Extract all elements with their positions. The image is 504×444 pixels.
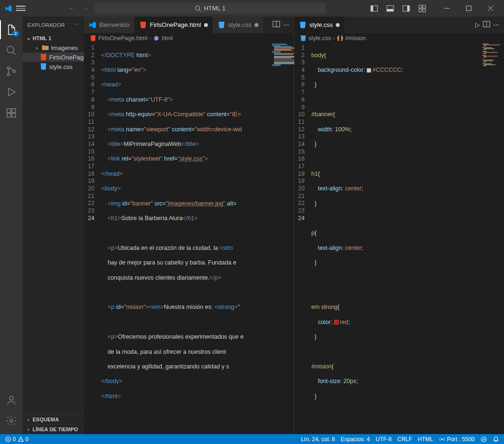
layout-toggle-panel-icon[interactable]	[382, 3, 398, 14]
layout-customize-icon[interactable]	[414, 3, 430, 14]
css-file-icon	[40, 63, 47, 70]
status-eol[interactable]: CRLF	[397, 436, 412, 443]
modified-dot-icon	[204, 23, 208, 27]
status-encoding[interactable]: UTF-8	[376, 436, 392, 443]
account-icon	[6, 394, 17, 406]
activity-settings[interactable]	[0, 411, 23, 430]
status-lang[interactable]: HTML	[418, 436, 434, 443]
tree-file-firtsonepage[interactable]: FirtsOnePage.html	[23, 52, 84, 62]
tree-file-style[interactable]: style.css	[23, 62, 84, 71]
code-area-right[interactable]: 123456789101112131415161718192021222324 …	[294, 43, 504, 434]
svg-rect-8	[419, 5, 422, 8]
more-actions-button[interactable]: ⋯	[493, 21, 499, 28]
vscode-logo-icon	[5, 5, 12, 12]
svg-marker-21	[9, 88, 15, 96]
window-close-button[interactable]	[479, 0, 501, 17]
activity-search[interactable]	[0, 41, 23, 60]
activity-account[interactable]	[0, 391, 23, 410]
nav-back-button[interactable]: ←	[66, 3, 77, 14]
svg-point-18	[8, 67, 10, 69]
svg-point-36	[442, 438, 444, 440]
svg-rect-7	[407, 6, 410, 11]
status-bell[interactable]	[493, 436, 499, 443]
explorer-badge: 2	[12, 31, 19, 36]
tab-style-right[interactable]: style.css	[294, 17, 345, 33]
line-gutter: 123456789101112131415161718192021222324	[294, 43, 311, 434]
activity-scm[interactable]	[0, 62, 23, 81]
gear-icon	[6, 415, 17, 427]
css-file-icon	[299, 21, 307, 29]
window-maximize-button[interactable]	[458, 0, 479, 17]
html-file-icon	[139, 21, 147, 29]
svg-point-16	[7, 46, 14, 53]
run-debug-icon	[6, 86, 17, 98]
svg-rect-3	[371, 6, 373, 11]
sidebar-more-button[interactable]: ⋯	[74, 22, 79, 28]
modified-dot-icon	[255, 23, 258, 27]
svg-rect-24	[12, 113, 16, 117]
chevron-right-icon: ›	[26, 427, 31, 432]
symbol-css-icon	[337, 35, 343, 42]
css-file-icon	[218, 21, 225, 29]
svg-line-17	[13, 52, 16, 55]
status-port[interactable]: Port : 5500	[439, 436, 475, 443]
html-file-icon	[90, 35, 96, 42]
svg-rect-22	[7, 109, 11, 112]
split-editor-button[interactable]	[273, 20, 280, 29]
code-area-left[interactable]: 123456789101112131415161718192021222324 …	[84, 43, 294, 434]
sidebar-esquema[interactable]: ›ESQUEMA	[23, 414, 84, 424]
split-editor-button[interactable]	[483, 20, 490, 29]
vscode-logo-icon	[89, 21, 96, 29]
html-file-icon	[40, 53, 47, 61]
modified-dot-icon	[336, 23, 340, 27]
sidebar-root-folder[interactable]: ⌄ HTML 1	[23, 33, 84, 43]
more-actions-button[interactable]: ⋯	[283, 21, 289, 28]
activity-extensions[interactable]	[0, 103, 23, 122]
status-lncol[interactable]: Lín. 24, col. 8	[301, 436, 335, 443]
activity-debug[interactable]	[0, 83, 23, 102]
extensions-icon	[6, 107, 17, 119]
status-feedback[interactable]	[480, 436, 487, 443]
breadcrumb-right[interactable]: style.css› #mision	[294, 33, 504, 43]
explorer-sidebar: EXPLORADOR ⋯ ⌄ HTML 1 › Imagenes FirtsOn…	[23, 17, 84, 434]
tab-bar-left: Bienvenido FirtsOnePage.html style.css ⋯	[84, 17, 294, 33]
svg-rect-23	[7, 113, 11, 117]
layout-toggle-right-icon[interactable]	[398, 3, 414, 14]
svg-rect-13	[466, 6, 471, 11]
nav-forward-button[interactable]: →	[80, 3, 92, 14]
tab-style-left[interactable]: style.css	[213, 17, 264, 33]
status-spaces[interactable]: Espacios: 4	[341, 436, 370, 443]
status-bar: 0 0 Lín. 24, col. 8 Espacios: 4 UTF-8 CR…	[0, 434, 504, 444]
broadcast-icon	[439, 436, 445, 443]
css-file-icon	[300, 35, 307, 42]
code-content-right[interactable]: body{ background-color: #CCCCCC; } #bann…	[311, 43, 504, 434]
svg-point-19	[8, 74, 10, 76]
status-errors[interactable]: 0 0	[5, 436, 28, 443]
chevron-right-icon: ›	[34, 44, 40, 51]
tab-bar-right: style.css ▷ ⋯	[294, 17, 504, 33]
breadcrumb-left[interactable]: FirtsOnePage.html› html	[84, 33, 294, 43]
editor-group-right: style.css ▷ ⋯ style.css› #mision 1234567…	[294, 17, 504, 434]
sidebar-title: EXPLORADOR	[27, 22, 65, 28]
search-icon	[195, 5, 201, 12]
bell-icon	[493, 436, 499, 443]
activity-explorer[interactable]: 2	[0, 20, 23, 39]
menu-icon[interactable]	[16, 6, 26, 11]
error-icon	[5, 436, 11, 443]
command-center-search[interactable]: HTML 1	[94, 3, 326, 14]
editor-group-left: Bienvenido FirtsOnePage.html style.css ⋯	[84, 17, 294, 434]
search-text: HTML 1	[204, 5, 226, 12]
check-icon	[480, 436, 487, 443]
tab-firtsonepage[interactable]: FirtsOnePage.html	[135, 17, 213, 33]
chevron-down-icon: ⌄	[26, 35, 31, 41]
layout-toggle-sidebar-icon[interactable]	[366, 3, 382, 14]
run-button[interactable]: ▷	[475, 21, 480, 28]
source-control-icon	[6, 66, 17, 77]
sidebar-linea-tiempo[interactable]: ›LÍNEA DE TIEMPO	[23, 424, 84, 434]
tab-bienvenido[interactable]: Bienvenido	[84, 17, 135, 33]
svg-rect-25	[12, 109, 16, 112]
chevron-right-icon: ›	[26, 417, 31, 422]
code-content-left[interactable]: <!DOCTYPE html> <html lang="en"> <head> …	[101, 43, 294, 434]
window-minimize-button[interactable]	[436, 0, 458, 17]
tree-folder-imagenes[interactable]: › Imagenes	[23, 43, 84, 52]
